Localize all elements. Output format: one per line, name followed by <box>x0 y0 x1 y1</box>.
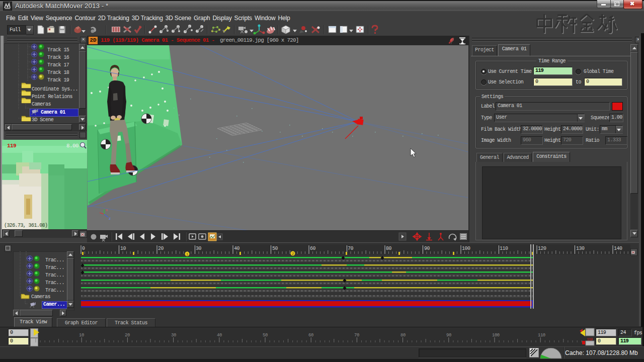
svg-text:2: 2 <box>292 252 294 256</box>
svg-text:50: 50 <box>263 333 268 338</box>
svg-text:140: 140 <box>614 246 622 251</box>
svg-text:z: z <box>109 217 111 221</box>
svg-text:20: 20 <box>158 246 164 251</box>
svg-text:80: 80 <box>400 333 406 338</box>
svg-text:110: 110 <box>500 246 508 251</box>
svg-text:0: 0 <box>82 246 85 251</box>
svg-text:20: 20 <box>125 333 130 338</box>
svg-text:90: 90 <box>446 333 451 338</box>
svg-text:30: 30 <box>196 246 202 251</box>
svg-text:60: 60 <box>310 246 316 251</box>
svg-text:40: 40 <box>217 333 222 338</box>
svg-text:120: 120 <box>538 246 546 251</box>
svg-text:x: x <box>106 208 108 212</box>
svg-text:80: 80 <box>386 246 392 251</box>
svg-text:40: 40 <box>234 246 240 251</box>
svg-text:130: 130 <box>576 246 585 251</box>
svg-text:10: 10 <box>120 246 126 251</box>
svg-text:70: 70 <box>354 333 359 338</box>
svg-text:1: 1 <box>186 252 188 256</box>
svg-text:30: 30 <box>171 333 176 338</box>
svg-text:70: 70 <box>348 246 354 251</box>
svg-text:50: 50 <box>272 246 278 251</box>
svg-text:60: 60 <box>308 333 313 338</box>
svg-text:10: 10 <box>79 333 84 338</box>
svg-text:110: 110 <box>538 333 545 338</box>
svg-text:90: 90 <box>424 246 430 251</box>
svg-text:100: 100 <box>492 333 500 338</box>
svg-text:100: 100 <box>462 246 470 251</box>
